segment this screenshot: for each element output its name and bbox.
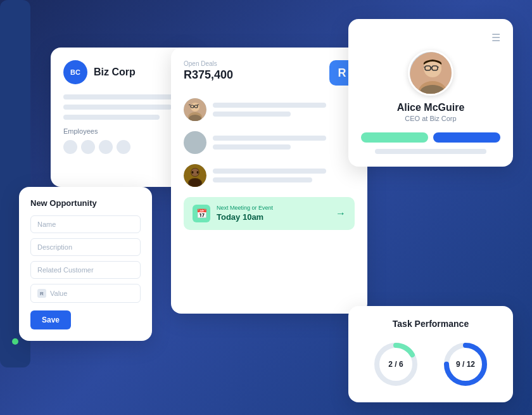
hamburger-icon[interactable]: ☰	[491, 32, 500, 44]
donut-1-wrapper: 2 / 6	[370, 339, 421, 390]
bc-logo: BC	[63, 60, 87, 84]
employee-dots	[63, 140, 184, 154]
open-deals-label: Open Deals	[184, 60, 233, 67]
alice-menu: ☰	[361, 32, 500, 44]
donut-1-label: 2 / 6	[388, 360, 403, 369]
emp-dot-3	[99, 140, 113, 154]
deals-amount: R375,400	[184, 68, 233, 81]
deals-info: Open Deals R375,400	[184, 60, 233, 82]
skeleton-3	[63, 115, 160, 120]
contact-row-2	[184, 131, 355, 154]
contact-lines-2	[213, 136, 355, 150]
save-button[interactable]: Save	[30, 310, 71, 329]
svg-point-16	[197, 171, 199, 174]
arrow-right-icon: →	[336, 208, 346, 219]
donut-1: 2 / 6	[370, 339, 421, 390]
deals-card: Open Deals R375,400 R	[171, 48, 367, 314]
contact-avatar-1	[184, 98, 206, 121]
related-customer-input[interactable]: Related Customer	[30, 261, 141, 279]
deals-header: Open Deals R375,400 R	[184, 60, 355, 86]
contact-row-3	[184, 164, 355, 187]
alice-name: Alice McGuire	[361, 102, 500, 113]
alice-card: ☰ Alice McGuire CEO at Biz Corp	[348, 19, 513, 167]
alice-action-green[interactable]	[361, 132, 428, 143]
contact-avatar-2	[184, 131, 206, 154]
donut-2: 9 / 12	[440, 339, 491, 390]
r-badge: R	[37, 289, 46, 298]
alice-avatar	[408, 50, 453, 96]
contact-lines-3	[213, 169, 355, 182]
task-charts: 2 / 6 9 / 12	[361, 339, 500, 390]
svg-rect-9	[197, 105, 199, 105]
donut-2-label: 9 / 12	[456, 360, 475, 369]
biz-corp-header: BC Biz Corp	[63, 60, 184, 84]
contact-avatar-3	[184, 164, 206, 187]
name-input[interactable]: Name	[30, 215, 141, 233]
calendar-icon: 📅	[193, 205, 210, 222]
alice-actions	[361, 132, 500, 143]
alice-skeleton	[375, 149, 486, 154]
task-performance-title: Task Performance	[361, 319, 500, 329]
alice-action-blue[interactable]	[433, 132, 500, 143]
meeting-banner[interactable]: 📅 Next Meeting or Event Today 10am →	[184, 197, 355, 230]
opportunity-title: New Opportunity	[30, 198, 141, 208]
opportunity-card: New Opportunity Name Description Related…	[19, 187, 152, 341]
meeting-text: Next Meeting or Event Today 10am	[217, 205, 329, 222]
alice-title: CEO at Biz Corp	[361, 115, 500, 122]
skeleton-2	[63, 105, 172, 110]
sidebar-active-indicator	[12, 338, 18, 345]
emp-dot-2	[81, 140, 95, 154]
meeting-label: Next Meeting or Event	[217, 205, 329, 211]
task-performance-card: Task Performance 2 / 6 9 / 12	[348, 306, 513, 402]
donut-2-wrapper: 9 / 12	[440, 339, 491, 390]
contact-row-1	[184, 98, 355, 121]
svg-rect-8	[189, 105, 191, 105]
svg-point-15	[192, 171, 194, 174]
meeting-time: Today 10am	[217, 212, 263, 222]
company-name: Biz Corp	[94, 67, 136, 78]
value-input[interactable]: R Value	[30, 284, 141, 303]
emp-dot-4	[117, 140, 130, 154]
emp-dot-1	[63, 140, 77, 154]
contact-lines-1	[213, 103, 355, 117]
description-input[interactable]: Description	[30, 238, 141, 256]
svg-point-14	[189, 179, 201, 186]
employees-label: Employees	[63, 127, 184, 135]
skeleton-1	[63, 94, 184, 99]
